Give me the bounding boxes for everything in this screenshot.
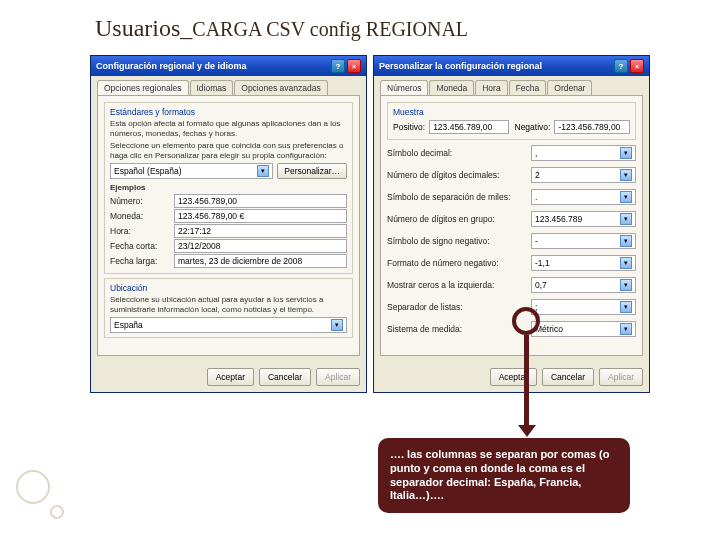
r1-val: , — [535, 148, 537, 158]
r7-label: Mostrar ceros a la izquierda: — [387, 280, 527, 290]
panel-1: Estándares y formatos Esta opción afecta… — [97, 95, 360, 356]
digit-group-dropdown[interactable]: 123.456.789▾ — [531, 211, 636, 227]
ex-time-label: Hora: — [110, 226, 170, 236]
help-button[interactable]: ? — [331, 59, 345, 73]
decorative-circle — [16, 470, 50, 504]
customize-button[interactable]: Personalizar… — [277, 163, 347, 179]
close-button[interactable]: × — [630, 59, 644, 73]
group-standards-title: Estándares y formatos — [110, 107, 347, 117]
ok-button[interactable]: Aceptar — [207, 368, 254, 386]
leading-zeros-dropdown[interactable]: 0,7▾ — [531, 277, 636, 293]
r4-val: 123.456.789 — [535, 214, 582, 224]
callout-box: …. las columnas se separan por comas (o … — [378, 438, 630, 513]
pos-label: Positivo: — [393, 122, 425, 132]
ex-sdate: 23/12/2008 — [174, 239, 347, 253]
r1-label: Símbolo decimal: — [387, 148, 527, 158]
r2-val: 2 — [535, 170, 540, 180]
chevron-down-icon: ▾ — [620, 279, 632, 291]
country-dropdown[interactable]: España ▾ — [110, 317, 347, 333]
neg-value: -123.456.789,00 — [554, 120, 630, 134]
tab-languages[interactable]: Idiomas — [190, 80, 234, 95]
ok-button[interactable]: Aceptar — [490, 368, 537, 386]
tabs-2: Números Moneda Hora Fecha Ordenar — [374, 76, 649, 95]
neg-label: Negativo: — [515, 122, 551, 132]
help-button[interactable]: ? — [614, 59, 628, 73]
thousands-sep-dropdown[interactable]: .▾ — [531, 189, 636, 205]
chevron-down-icon: ▾ — [620, 257, 632, 269]
r6-label: Formato de número negativo: — [387, 258, 527, 268]
ex-time: 22:17:12 — [174, 224, 347, 238]
group-standards: Estándares y formatos Esta opción afecta… — [104, 102, 353, 274]
callout-ring — [512, 307, 540, 335]
callout-connector — [524, 335, 529, 427]
group-location-title: Ubicación — [110, 283, 347, 293]
chevron-down-icon: ▾ — [620, 301, 632, 313]
slide-title: Usuarios_CARGA CSV config REGIONAL — [95, 15, 468, 42]
r5-label: Símbolo de signo negativo: — [387, 236, 527, 246]
tab-numbers[interactable]: Números — [380, 80, 428, 95]
chevron-down-icon: ▾ — [331, 319, 343, 331]
list-separator-dropdown[interactable]: ;▾ — [531, 299, 636, 315]
country-value: España — [114, 320, 143, 330]
examples-title: Ejemplos — [110, 183, 347, 193]
tab-regional-options[interactable]: Opciones regionales — [97, 80, 189, 95]
ex-num-label: Número: — [110, 196, 170, 206]
r3-label: Símbolo de separación de miles: — [387, 192, 527, 202]
group-sample-title: Muestra — [393, 107, 630, 117]
chevron-down-icon: ▾ — [620, 235, 632, 247]
cancel-button[interactable]: Cancelar — [542, 368, 594, 386]
titlebar-1[interactable]: Configuración regional y de idioma ? × — [91, 56, 366, 76]
close-button[interactable]: × — [347, 59, 361, 73]
ex-num: 123.456.789,00 — [174, 194, 347, 208]
standards-note-2: Seleccione un elemento para que coincida… — [110, 141, 347, 160]
ex-ldate: martes, 23 de diciembre de 2008 — [174, 254, 347, 268]
r6-val: -1,1 — [535, 258, 550, 268]
r9-label: Sistema de medida: — [387, 324, 527, 334]
window-customize-regional: Personalizar la configuración regional ?… — [373, 55, 650, 393]
chevron-down-icon: ▾ — [620, 213, 632, 225]
bottom-buttons-1: Aceptar Cancelar Aplicar — [91, 362, 366, 392]
cancel-button[interactable]: Cancelar — [259, 368, 311, 386]
tab-currency[interactable]: Moneda — [429, 80, 474, 95]
group-location: Ubicación Seleccione su ubicación actual… — [104, 278, 353, 338]
arrow-down-icon — [518, 425, 536, 437]
tabs-1: Opciones regionales Idiomas Opciones ava… — [91, 76, 366, 95]
tab-time[interactable]: Hora — [475, 80, 507, 95]
r4-label: Número de dígitos en grupo: — [387, 214, 527, 224]
apply-button[interactable]: Aplicar — [316, 368, 360, 386]
r2-label: Número de dígitos decimales: — [387, 170, 527, 180]
group-sample: Muestra Positivo:123.456.789,00 Negativo… — [387, 102, 636, 140]
chevron-down-icon: ▾ — [620, 147, 632, 159]
ex-ldate-label: Fecha larga: — [110, 256, 170, 266]
decimal-symbol-dropdown[interactable]: ,▾ — [531, 145, 636, 161]
tab-sort[interactable]: Ordenar — [547, 80, 592, 95]
r7-val: 0,7 — [535, 280, 547, 290]
chevron-down-icon: ▾ — [620, 169, 632, 181]
bottom-buttons-2: Aceptar Cancelar Aplicar — [374, 362, 649, 392]
decorative-circle — [50, 505, 64, 519]
tab-advanced[interactable]: Opciones avanzadas — [234, 80, 327, 95]
chevron-down-icon: ▾ — [620, 323, 632, 335]
r8-label: Separador de listas: — [387, 302, 527, 312]
locale-dropdown[interactable]: Español (España) ▾ — [110, 163, 273, 179]
decimal-digits-dropdown[interactable]: 2▾ — [531, 167, 636, 183]
tab-date[interactable]: Fecha — [509, 80, 547, 95]
titlebar-2-text: Personalizar la configuración regional — [379, 61, 542, 71]
titlebar-1-text: Configuración regional y de idioma — [96, 61, 247, 71]
titlebar-2[interactable]: Personalizar la configuración regional ?… — [374, 56, 649, 76]
window-regional-settings: Configuración regional y de idioma ? × O… — [90, 55, 367, 393]
measurement-dropdown[interactable]: Métrico▾ — [531, 321, 636, 337]
chevron-down-icon: ▾ — [620, 191, 632, 203]
location-note: Seleccione su ubicación actual para ayud… — [110, 295, 347, 314]
apply-button[interactable]: Aplicar — [599, 368, 643, 386]
locale-value: Español (España) — [114, 166, 182, 176]
chevron-down-icon: ▾ — [257, 165, 269, 177]
negative-sign-dropdown[interactable]: -▾ — [531, 233, 636, 249]
negative-format-dropdown[interactable]: -1,1▾ — [531, 255, 636, 271]
title-sub: CARGA CSV config REGIONAL — [192, 18, 468, 40]
ex-sdate-label: Fecha corta: — [110, 241, 170, 251]
ex-cur: 123.456.789,00 € — [174, 209, 347, 223]
r5-val: - — [535, 236, 538, 246]
pos-value: 123.456.789,00 — [429, 120, 508, 134]
title-main: Usuarios_ — [95, 15, 192, 41]
